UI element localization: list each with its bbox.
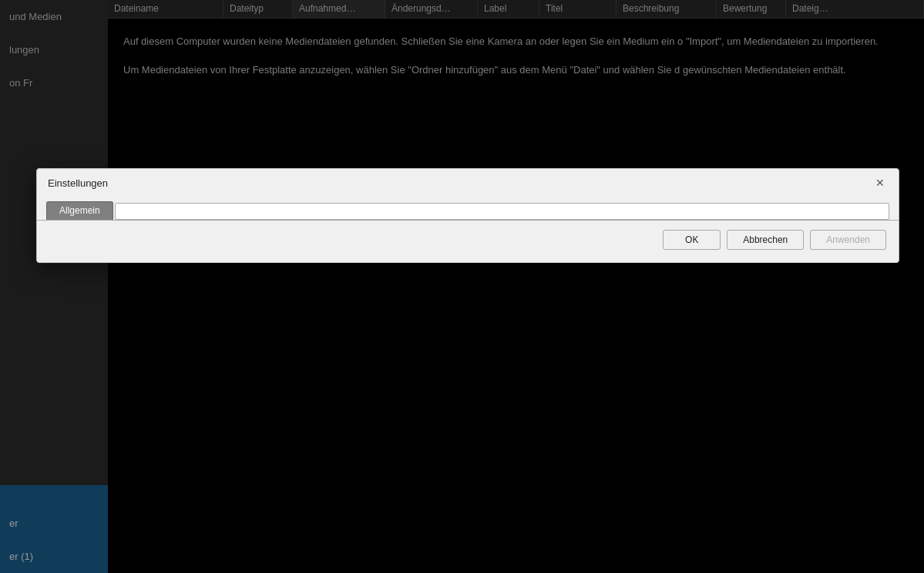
dialog-close-button[interactable]: ✕ (872, 175, 888, 190)
dialog-tab-row: Allgemein (37, 197, 899, 221)
settings-dialog: Einstellungen ✕ Allgemein OK Abbrechen A… (36, 168, 899, 263)
dialog-buttons: OK Abbrechen Anwenden (37, 221, 899, 250)
apply-button[interactable]: Anwenden (810, 230, 886, 250)
cancel-button[interactable]: Abbrechen (727, 230, 804, 250)
ok-button[interactable]: OK (663, 230, 721, 250)
dialog-tab-allgemein[interactable]: Allgemein (46, 201, 113, 220)
modal-overlay (0, 0, 924, 573)
dialog-title: Einstellungen (48, 177, 108, 189)
dialog-search-input[interactable] (115, 203, 889, 220)
dialog-titlebar: Einstellungen ✕ (37, 169, 899, 197)
